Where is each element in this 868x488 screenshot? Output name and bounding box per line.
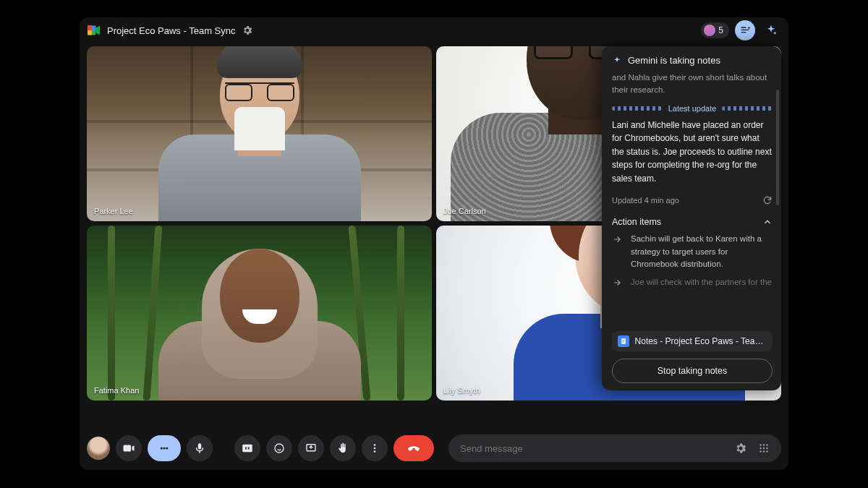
message-settings-icon[interactable] (729, 437, 752, 460)
svg-point-14 (374, 444, 376, 446)
svg-point-21 (763, 448, 765, 449)
meet-logo-icon (87, 25, 101, 36)
svg-point-17 (760, 444, 761, 445)
notes-pill-icon[interactable] (735, 20, 755, 40)
svg-point-19 (766, 444, 767, 445)
svg-point-25 (766, 450, 767, 452)
refresh-icon[interactable] (762, 195, 773, 205)
settings-icon[interactable] (242, 25, 253, 36)
latest-update-text: Lani and Michelle have placed an order f… (612, 119, 773, 186)
action-item: Sachin will get back to Karen with a str… (612, 233, 773, 270)
video-tile[interactable]: Parker Lee (87, 46, 432, 221)
present-button[interactable] (298, 435, 324, 461)
participant-name: Fatima Khan (94, 386, 139, 395)
action-items-header[interactable]: Action items (612, 217, 773, 227)
sparkle-icon (612, 56, 622, 66)
stop-notes-button[interactable]: Stop taking notes (612, 359, 773, 383)
participant-figure (151, 69, 368, 221)
divider-label: Latest update (668, 104, 717, 113)
svg-rect-5 (622, 340, 624, 341)
notes-doc-row[interactable]: Notes - Project Eco Paws - Team… (612, 331, 773, 351)
svg-point-15 (374, 448, 376, 450)
gemini-sparkle-icon[interactable] (761, 20, 781, 40)
participant-name: Lily Smyth (443, 386, 480, 395)
svg-point-24 (763, 450, 765, 452)
previous-summary-snippet: and Nahla give their own short talks abo… (612, 72, 773, 97)
more-options-button[interactable] (362, 435, 388, 461)
participant-count: 5 (718, 25, 723, 35)
header-right: 5 (701, 20, 781, 40)
participant-name: Parker Lee (94, 207, 133, 215)
header: Project Eco Paws - Team Sync 5 (80, 17, 788, 43)
microphone-button[interactable] (187, 435, 213, 461)
action-item: Joe will check with the partners for the (612, 276, 773, 288)
camera-button[interactable] (116, 435, 142, 461)
svg-point-20 (760, 448, 761, 449)
leave-call-button[interactable] (393, 435, 434, 461)
message-input[interactable] (460, 443, 729, 454)
participant-figure (151, 234, 368, 401)
reactions-button[interactable] (266, 435, 292, 461)
effects-button[interactable] (148, 435, 181, 461)
arrow-right-icon (612, 278, 624, 288)
docs-icon (618, 335, 629, 347)
meeting-title: Project Eco Paws - Team Sync (107, 25, 236, 36)
updated-row: Updated 4 min ago (612, 195, 773, 205)
updated-timestamp: Updated 4 min ago (612, 196, 679, 205)
action-text: Joe will check with the partners for the (631, 276, 772, 288)
participant-count-pill[interactable]: 5 (701, 22, 729, 38)
meet-window: Project Eco Paws - Team Sync 5 (80, 17, 788, 470)
latest-update-divider: Latest update (612, 104, 773, 113)
bottom-bar (87, 432, 781, 464)
message-box[interactable] (448, 435, 781, 462)
svg-point-23 (760, 450, 761, 452)
chevron-up-icon (762, 217, 773, 227)
arrow-right-icon (612, 234, 624, 270)
action-text: Sachin will get back to Karen with a str… (631, 233, 773, 270)
section-title: Action items (612, 217, 661, 227)
svg-point-9 (163, 448, 166, 450)
svg-point-16 (374, 450, 376, 453)
svg-point-12 (275, 444, 284, 453)
svg-rect-6 (622, 341, 624, 342)
mini-avatar-icon (704, 25, 715, 36)
panel-scrollbar[interactable] (776, 90, 779, 205)
svg-point-18 (763, 444, 765, 445)
gemini-notes-panel: Gemini is taking notes and Nahla give th… (602, 46, 781, 390)
doc-title: Notes - Project Eco Paws - Team… (635, 336, 767, 346)
svg-point-10 (166, 448, 168, 450)
video-tile[interactable]: Fatima Khan (87, 226, 432, 401)
squiggle-left-icon (612, 106, 663, 111)
svg-point-22 (766, 448, 767, 449)
svg-rect-3 (88, 26, 92, 30)
svg-rect-7 (622, 342, 624, 343)
participant-name: Joe Carlson (443, 207, 486, 215)
captions-button[interactable] (234, 435, 260, 461)
panel-heading-row: Gemini is taking notes (612, 55, 773, 66)
self-view-avatar[interactable] (87, 437, 110, 460)
apps-grid-icon[interactable] (752, 437, 775, 460)
raise-hand-button[interactable] (330, 435, 356, 461)
panel-heading: Gemini is taking notes (628, 55, 720, 66)
svg-rect-11 (242, 445, 252, 453)
svg-point-8 (161, 448, 163, 450)
squiggle-right-icon (722, 106, 773, 111)
